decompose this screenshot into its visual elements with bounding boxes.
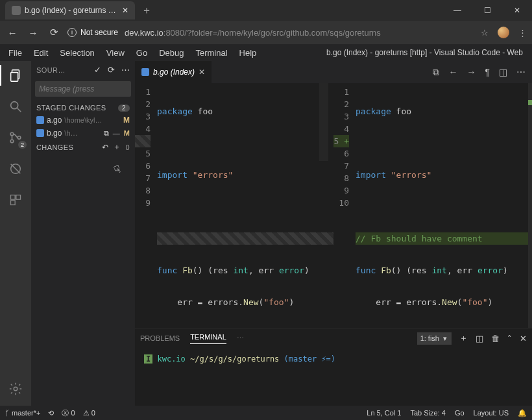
vi-mode-indicator: I — [144, 354, 152, 364]
vscode-menubar: File Edit Selection View Go Debug Termin… — [0, 44, 532, 61]
language-mode[interactable]: Go — [455, 409, 465, 417]
svg-point-4 — [10, 132, 14, 136]
menu-view[interactable]: View — [101, 46, 130, 60]
line-gutter: 12345 +678910 — [333, 83, 356, 328]
bottom-panel: PROBLEMS TERMINAL ⋯ 1: fish▾ ＋ ◫ 🗑 ˄ ✕ I — [135, 328, 532, 406]
commit-message-input[interactable]: Message (press — [35, 81, 131, 97]
explorer-icon[interactable] — [6, 66, 25, 84]
more-icon[interactable]: ⋯ — [121, 65, 130, 75]
branch-status[interactable]: ᚶ master*+ — [5, 409, 40, 417]
added-line: // Fb should have comment — [356, 234, 483, 243]
svg-point-12 — [14, 387, 18, 391]
minimap[interactable] — [319, 83, 328, 161]
menu-terminal[interactable]: Terminal — [189, 46, 233, 60]
kill-terminal-icon[interactable]: 🗑 — [491, 334, 500, 343]
scm-badge: 2 — [18, 141, 27, 149]
menu-help[interactable]: Help — [234, 46, 263, 60]
editor-more-icon[interactable]: ⋯ — [516, 67, 526, 78]
editor-area: b.go (Index) ✕ ⧉ ← → ¶ ◫ ⋯ 1234 56789 pa… — [135, 61, 532, 406]
open-file-icon[interactable]: ⧉ — [104, 129, 109, 138]
warnings-status[interactable]: ⚠ 0 — [83, 409, 95, 417]
svg-point-5 — [10, 140, 14, 143]
staged-changes-header[interactable]: STAGED CHANGES 2 — [31, 102, 135, 114]
refresh-icon[interactable]: ⟳ — [108, 65, 115, 75]
new-tab-button[interactable]: ＋ — [141, 4, 152, 18]
terminal-selector[interactable]: 1: fish▾ — [417, 332, 452, 345]
next-change-icon[interactable]: → — [466, 67, 476, 78]
security-indicator[interactable]: i Not secure — [67, 28, 118, 37]
problems-tab[interactable]: PROBLEMS — [140, 334, 180, 342]
sync-icon[interactable]: ⟲ — [48, 409, 54, 417]
menu-debug[interactable]: Debug — [153, 46, 189, 60]
menu-edit[interactable]: Edit — [28, 46, 54, 60]
close-icon[interactable]: ✕ — [122, 6, 128, 15]
staged-file-row[interactable]: b.go \h… ⧉ — M — [31, 127, 135, 140]
editor-tab[interactable]: b.go (Index) ✕ — [135, 61, 212, 83]
code-content[interactable]: package foo import "errors" func Fb() (r… — [157, 83, 333, 328]
discard-icon[interactable]: ↶ — [102, 143, 108, 152]
reload-button[interactable]: ⟳ — [47, 27, 61, 38]
close-icon[interactable]: ✕ — [199, 68, 205, 77]
browser-menu-icon[interactable]: ⋮ — [518, 28, 527, 38]
line-gutter: 1234 56789 — [135, 83, 157, 328]
activity-bar: 2 — [0, 61, 31, 406]
debug-icon[interactable] — [6, 160, 25, 178]
url-input[interactable]: dev.kwc.io:8080/?folder=/home/kyle/go/sr… — [125, 28, 474, 38]
tab-size[interactable]: Tab Size: 4 — [410, 409, 445, 417]
diff-left-pane[interactable]: 1234 56789 package foo import "errors" f… — [135, 83, 333, 328]
status-bar: ᚶ master*+ ⟲ ⓧ 0 ⚠ 0 Ln 5, Col 1 Tab Siz… — [0, 406, 532, 420]
open-file-icon[interactable]: ⧉ — [433, 67, 439, 78]
scm-icon[interactable]: 2 — [6, 129, 25, 147]
whitespace-icon[interactable]: ¶ — [485, 67, 490, 78]
unstage-icon[interactable]: — — [113, 129, 120, 137]
menu-go[interactable]: Go — [130, 46, 153, 60]
menu-file[interactable]: File — [3, 46, 28, 60]
prev-change-icon[interactable]: ← — [448, 67, 457, 78]
maximize-panel-icon[interactable]: ˄ — [507, 334, 512, 343]
modified-badge: M — [123, 116, 130, 125]
minimize-button[interactable]: — — [442, 0, 472, 21]
info-icon: i — [67, 28, 77, 37]
code-content[interactable]: package foo import "errors" // Fb should… — [356, 83, 532, 328]
svg-line-3 — [18, 108, 21, 112]
app-title: b.go (Index) - goreturns [http] - Visual… — [326, 48, 523, 57]
errors-status[interactable]: ⓧ 0 — [62, 408, 75, 418]
stage-all-icon[interactable]: ＋ — [113, 142, 121, 153]
back-button[interactable]: ← — [5, 27, 19, 38]
diff-right-pane[interactable]: 12345 +678910 package foo import "errors… — [333, 83, 532, 328]
go-file-icon — [141, 68, 149, 76]
svg-point-2 — [11, 102, 18, 109]
settings-gear-icon[interactable] — [6, 380, 25, 398]
menu-selection[interactable]: Selection — [54, 46, 100, 60]
diff-editor[interactable]: 1234 56789 package foo import "errors" f… — [135, 83, 532, 328]
browser-tab-strip: b.go (Index) - goreturns [http] - V ✕ ＋ — [0, 0, 152, 21]
forward-button[interactable]: → — [26, 27, 40, 38]
bookmark-icon[interactable]: ☆ — [481, 28, 489, 38]
new-terminal-icon[interactable]: ＋ — [459, 332, 468, 344]
split-terminal-icon[interactable]: ◫ — [476, 334, 483, 343]
favicon — [12, 6, 21, 15]
terminal-body[interactable]: I kwc.io ~/g/s/g/s/goreturns (master ⚡=) — [135, 348, 532, 406]
notifications-icon[interactable]: 🔔 — [518, 409, 527, 417]
maximize-button[interactable]: ☐ — [472, 0, 502, 21]
svg-rect-10 — [16, 195, 21, 200]
browser-tab-title: b.go (Index) - goreturns [http] - V — [25, 6, 118, 15]
window-controls: — ☐ ✕ — [442, 0, 532, 21]
keyboard-layout[interactable]: Layout: US — [474, 409, 509, 417]
staged-file-row[interactable]: a.go \home\kyl… M — [31, 114, 135, 127]
changes-header[interactable]: CHANGES ↶ ＋ 0 — [31, 140, 135, 154]
close-window-button[interactable]: ✕ — [502, 0, 532, 21]
close-panel-icon[interactable]: ✕ — [520, 334, 527, 343]
browser-tab[interactable]: b.go (Index) - goreturns [http] - V ✕ — [5, 1, 135, 19]
search-icon[interactable] — [6, 97, 25, 116]
panel-more-icon[interactable]: ⋯ — [237, 334, 244, 343]
split-editor-icon[interactable]: ◫ — [499, 67, 507, 78]
profile-avatar-icon[interactable] — [498, 27, 509, 38]
svg-rect-11 — [11, 201, 16, 205]
overview-ruler[interactable] — [528, 83, 532, 328]
cursor-position[interactable]: Ln 5, Col 1 — [367, 409, 401, 417]
extensions-icon[interactable] — [6, 191, 25, 209]
terminal-tab[interactable]: TERMINAL — [190, 333, 226, 344]
svg-point-6 — [18, 136, 21, 140]
commit-icon[interactable]: ✓ — [94, 65, 101, 75]
